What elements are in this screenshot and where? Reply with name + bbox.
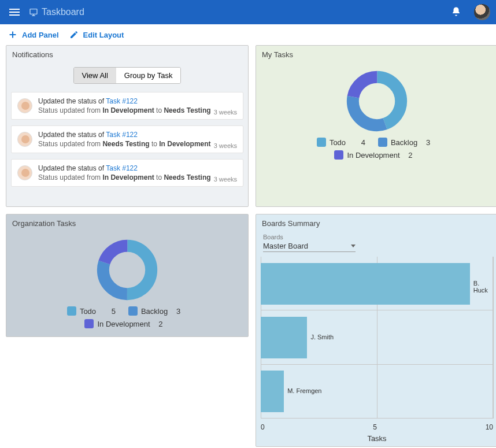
tick-label: 10	[486, 423, 493, 431]
panel-title: Boards Summary	[256, 214, 496, 232]
legend-item: Todo5	[67, 306, 123, 316]
x-axis-label: Tasks	[261, 434, 493, 443]
svg-rect-0	[30, 9, 37, 14]
notification-time: 3 weeks	[214, 142, 237, 149]
svg-point-3	[353, 77, 401, 125]
edit-layout-button[interactable]: Edit Layout	[69, 30, 124, 39]
notification-time: 3 weeks	[214, 109, 237, 116]
app-title: Taskboard	[42, 7, 84, 17]
add-panel-button[interactable]: Add Panel	[8, 30, 59, 39]
legend-item: In Development2	[334, 150, 419, 160]
legend-value: 4	[356, 138, 365, 147]
topbar: Taskboard	[0, 0, 496, 24]
legend-label: Backlog	[141, 307, 168, 316]
legend-value: 3	[171, 307, 180, 316]
task-link[interactable]: Task #122	[106, 131, 138, 139]
boards-select-value: Master Board	[263, 242, 308, 250]
my-tasks-legend: Todo4Backlog3In Development2	[290, 138, 464, 160]
notification-title: Updated the status of Task #122	[38, 164, 211, 172]
boards-select[interactable]: Boards Master Board	[256, 232, 496, 252]
legend-label: Todo	[330, 138, 353, 147]
bell-icon[interactable]	[447, 3, 465, 22]
boards-select-label: Boards	[263, 234, 491, 240]
bar	[261, 263, 470, 305]
legend-item: Todo4	[317, 138, 372, 147]
legend-label: In Development	[97, 320, 150, 328]
notification-time: 3 weeks	[214, 176, 237, 183]
panel-title: Organization Tasks	[6, 214, 248, 232]
notification-avatar	[17, 132, 32, 147]
edit-layout-label: Edit Layout	[83, 31, 124, 39]
panel-notifications: Notifications View All Group by Task Upd…	[6, 45, 249, 207]
notification-item[interactable]: Updated the status of Task #122Status up…	[11, 159, 243, 187]
legend-item: In Development2	[84, 319, 169, 328]
org-tasks-donut	[95, 238, 159, 302]
legend-label: Backlog	[391, 138, 417, 147]
notification-detail: Status updated from In Development to Ne…	[38, 173, 211, 182]
legend-value: 2	[154, 320, 163, 328]
legend-value: 5	[106, 307, 116, 316]
notification-title: Updated the status of Task #122	[38, 131, 211, 139]
org-tasks-legend: Todo5Backlog3In Development2	[40, 306, 214, 328]
bar	[261, 317, 307, 358]
legend-swatch	[334, 150, 343, 160]
menu-icon[interactable]	[6, 5, 23, 19]
x-axis-ticks: 0510	[261, 423, 493, 431]
notification-avatar	[17, 98, 32, 113]
bar	[261, 371, 284, 412]
notification-title: Updated the status of Task #122	[38, 97, 211, 105]
notification-detail: Status updated from In Development to Ne…	[38, 106, 211, 114]
legend-value: 3	[421, 138, 430, 147]
task-link[interactable]: Task #122	[106, 164, 138, 172]
notification-avatar	[17, 165, 32, 180]
bar-label: B. Huck	[473, 280, 493, 294]
legend-label: Todo	[80, 307, 103, 316]
user-avatar[interactable]	[474, 4, 490, 20]
panel-title: Notifications	[6, 46, 248, 64]
bar-label: J. Smith	[310, 334, 334, 340]
add-panel-label: Add Panel	[22, 31, 59, 39]
notification-detail: Status updated from Needs Testing to In …	[38, 140, 211, 148]
legend-label: In Development	[347, 151, 399, 160]
legend-swatch	[67, 306, 76, 316]
notification-item[interactable]: Updated the status of Task #122Status up…	[11, 92, 243, 120]
legend-value: 2	[404, 151, 413, 160]
tick-label: 0	[261, 423, 265, 431]
dashboard-toolbar: Add Panel Edit Layout	[0, 24, 496, 45]
legend-swatch	[317, 138, 326, 147]
panel-org-tasks: Organization Tasks Todo5Backlog3In Devel…	[6, 214, 249, 337]
panel-boards-summary: Boards Summary Boards Master Board 0510 …	[256, 214, 496, 447]
tab-group-by-task[interactable]: Group by Task	[116, 68, 181, 83]
panel-my-tasks: My Tasks Todo4Backlog3In Development2	[256, 45, 496, 207]
tab-view-all[interactable]: View All	[74, 68, 116, 83]
svg-point-6	[103, 246, 151, 294]
legend-swatch	[128, 306, 138, 316]
bar-label: M. Fremgen	[287, 387, 321, 394]
tick-label: 5	[373, 423, 377, 431]
legend-item: Backlog3	[128, 306, 187, 316]
legend-swatch	[84, 319, 94, 328]
notifications-tabs: View All Group by Task	[6, 64, 248, 90]
my-tasks-donut	[345, 69, 409, 133]
panel-title: My Tasks	[256, 46, 496, 64]
app-logo[interactable]: Taskboard	[29, 7, 84, 17]
notification-list: Updated the status of Task #122Status up…	[6, 90, 248, 206]
legend-swatch	[378, 138, 387, 147]
chevron-down-icon	[351, 245, 356, 247]
legend-item: Backlog3	[378, 138, 437, 147]
boards-bar-chart: 0510 Tasks B. HuckJ. SmithM. Fremgen	[261, 257, 493, 419]
notification-item[interactable]: Updated the status of Task #122Status up…	[11, 125, 243, 153]
task-link[interactable]: Task #122	[106, 97, 138, 105]
